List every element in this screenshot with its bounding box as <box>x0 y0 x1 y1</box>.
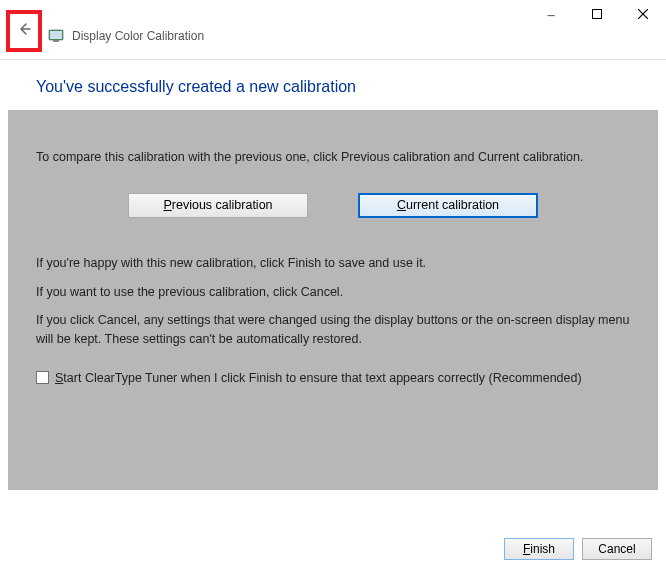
footer-buttons: Finish Cancel <box>504 538 652 560</box>
window-controls: ─ <box>528 0 666 30</box>
maximize-icon <box>592 9 602 21</box>
svg-rect-4 <box>50 31 62 39</box>
back-button[interactable] <box>16 21 32 40</box>
close-button[interactable] <box>620 0 666 30</box>
calibration-button-row: Previous calibration Current calibration <box>36 193 630 218</box>
back-arrow-icon <box>16 21 32 37</box>
intro-text: To compare this calibration with the pre… <box>36 148 630 167</box>
app-icon <box>48 28 64 44</box>
cleartype-checkbox[interactable] <box>36 371 49 384</box>
page-heading: You've successfully created a new calibr… <box>0 60 666 110</box>
minimize-icon: ─ <box>547 10 554 21</box>
close-icon <box>638 9 648 21</box>
finish-button[interactable]: Finish <box>504 538 574 560</box>
content-area: To compare this calibration with the pre… <box>8 110 658 490</box>
cancel-button[interactable]: Cancel <box>582 538 652 560</box>
current-calibration-button[interactable]: Current calibration <box>358 193 538 218</box>
svg-rect-5 <box>53 40 59 42</box>
back-button-highlight <box>6 10 42 52</box>
svg-rect-0 <box>593 10 602 19</box>
para-cancel: If you want to use the previous calibrat… <box>36 283 630 302</box>
app-title: Display Color Calibration <box>72 29 204 43</box>
previous-calibration-button[interactable]: Previous calibration <box>128 193 308 218</box>
para-warning: If you click Cancel, any settings that w… <box>36 311 630 349</box>
maximize-button[interactable] <box>574 0 620 30</box>
cleartype-checkbox-label[interactable]: Start ClearType Tuner when I click Finis… <box>55 369 630 388</box>
minimize-button[interactable]: ─ <box>528 0 574 30</box>
cleartype-checkbox-row: Start ClearType Tuner when I click Finis… <box>36 369 630 388</box>
para-happy: If you're happy with this new calibratio… <box>36 254 630 273</box>
